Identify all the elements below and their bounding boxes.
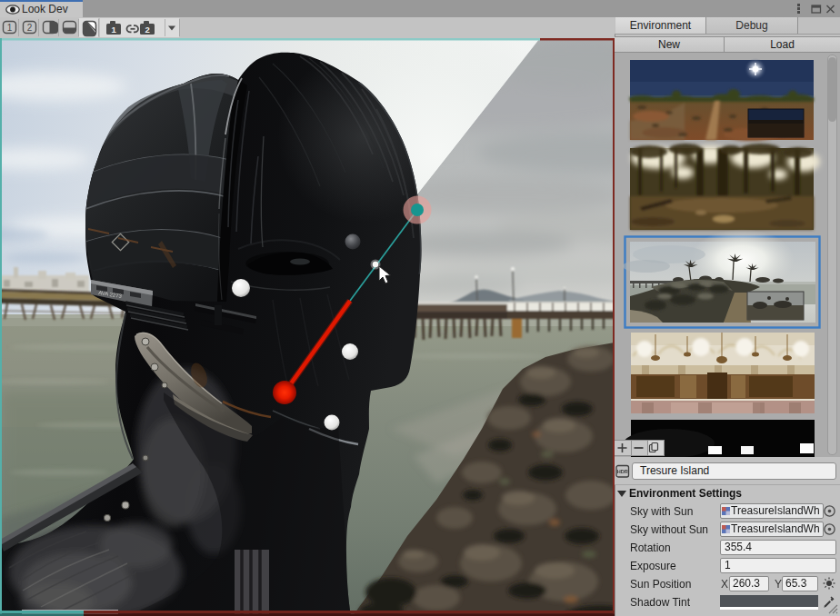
svg-text:1: 1 (112, 25, 117, 35)
svg-text:2: 2 (145, 25, 150, 35)
svg-text:2: 2 (27, 23, 33, 33)
svg-text:HDR: HDR (617, 469, 628, 474)
svg-text:1: 1 (7, 23, 13, 33)
